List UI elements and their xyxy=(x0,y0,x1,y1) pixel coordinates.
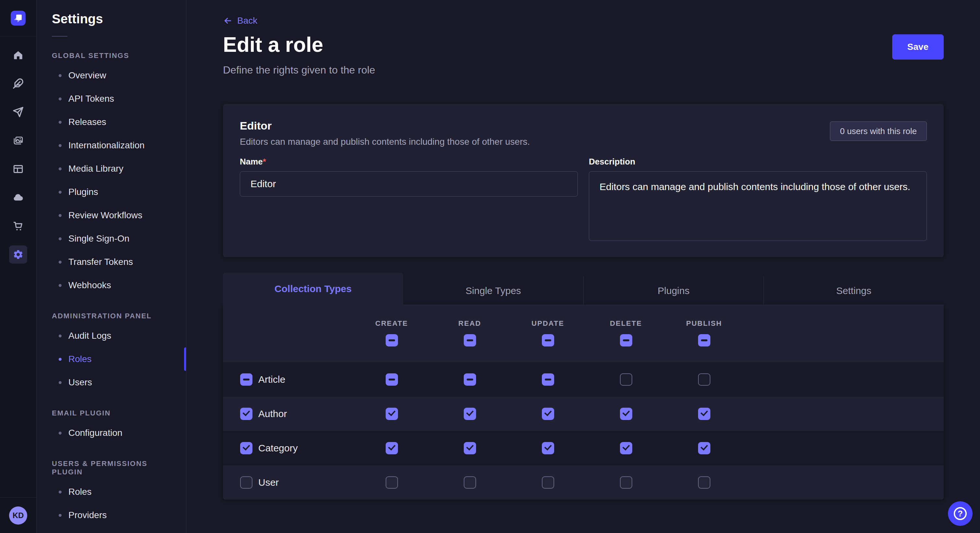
sidebar-item-label: Providers xyxy=(68,510,107,520)
content-type-name: Category xyxy=(258,443,298,454)
sidebar-item-label: Overview xyxy=(68,70,106,81)
column-header-read: READ xyxy=(458,319,481,328)
create-checkbox[interactable] xyxy=(386,373,398,385)
sidebar-item-configuration[interactable]: Configuration xyxy=(37,421,186,444)
read-checkbox[interactable] xyxy=(464,442,476,454)
sidebar-item-webhooks[interactable]: Webhooks xyxy=(37,274,186,297)
sidebar-item-label: Users xyxy=(68,377,92,388)
create-checkbox[interactable] xyxy=(386,476,398,489)
sidebar-item-label: Media Library xyxy=(68,163,124,174)
read-checkbox[interactable] xyxy=(464,408,476,420)
section-label-administration-panel: ADMINISTRATION PANEL xyxy=(52,312,171,320)
sidebar-item-overview[interactable]: Overview xyxy=(37,64,186,87)
main-nav-rail: KD xyxy=(0,0,37,533)
sidebar-item-label: Transfer Tokens xyxy=(68,257,133,267)
tab-single-types[interactable]: Single Types xyxy=(403,276,583,305)
role-details-card: Editor Editors can manage and publish co… xyxy=(223,104,944,257)
row-select-checkbox[interactable] xyxy=(240,373,253,385)
sidebar-item-label: Roles xyxy=(68,354,92,364)
description-textarea[interactable]: Editors can manage and publish contents … xyxy=(589,171,927,241)
name-label: Name* xyxy=(240,157,578,167)
content-manager-icon[interactable] xyxy=(9,160,27,178)
page-title: Edit a role xyxy=(223,33,323,57)
read-checkbox[interactable] xyxy=(464,373,476,385)
update-checkbox[interactable] xyxy=(542,373,554,385)
cloud-icon[interactable] xyxy=(9,189,27,206)
sidebar-item-audit-logs[interactable]: Audit Logs xyxy=(37,324,186,347)
create-checkbox[interactable] xyxy=(386,442,398,454)
select-all-publish-checkbox[interactable] xyxy=(698,334,710,346)
media-library-icon[interactable] xyxy=(9,132,27,150)
sidebar-item-up-roles[interactable]: Roles xyxy=(37,480,186,503)
column-header-publish: PUBLISH xyxy=(686,319,722,328)
sidebar-item-users[interactable]: Users xyxy=(37,371,186,394)
tab-collection-types[interactable]: Collection Types xyxy=(223,273,403,305)
permissions-header-row: CREATE READ UPDATE DELETE PUBLISH xyxy=(223,305,944,362)
sidebar-item-label: Releases xyxy=(68,117,106,127)
publish-checkbox[interactable] xyxy=(698,408,710,420)
permission-row-author: Author xyxy=(223,397,944,431)
bullet-icon xyxy=(59,214,62,217)
user-avatar[interactable]: KD xyxy=(9,506,27,525)
permission-row-article: Article xyxy=(223,362,944,397)
read-checkbox[interactable] xyxy=(464,476,476,489)
content-type-name: Article xyxy=(258,374,285,385)
sidebar-item-releases[interactable]: Releases xyxy=(37,110,186,134)
back-link[interactable]: Back xyxy=(223,16,257,26)
save-button[interactable]: Save xyxy=(892,34,944,60)
required-asterisk: * xyxy=(263,157,266,167)
strapi-logo-icon xyxy=(11,11,25,25)
content-type-name: User xyxy=(258,477,279,488)
delete-checkbox[interactable] xyxy=(620,373,632,385)
home-icon[interactable] xyxy=(9,46,27,64)
sidebar-item-plugins[interactable]: Plugins xyxy=(37,180,186,204)
publish-checkbox[interactable] xyxy=(698,476,710,489)
row-select-checkbox[interactable] xyxy=(240,408,253,420)
delete-checkbox[interactable] xyxy=(620,476,632,489)
sidebar-item-media-library[interactable]: Media Library xyxy=(37,157,186,180)
sidebar-item-internationalization[interactable]: Internationalization xyxy=(37,134,186,157)
select-all-update-checkbox[interactable] xyxy=(542,334,554,346)
sidebar-item-single-sign-on[interactable]: Single Sign-On xyxy=(37,227,186,250)
update-checkbox[interactable] xyxy=(542,442,554,454)
bullet-icon xyxy=(59,121,62,124)
delete-checkbox[interactable] xyxy=(620,408,632,420)
users-with-role-button[interactable]: 0 users with this role xyxy=(830,121,927,141)
name-field-group: Name* xyxy=(240,157,578,242)
update-checkbox[interactable] xyxy=(542,476,554,489)
sidebar-item-label: Audit Logs xyxy=(68,331,111,341)
publish-checkbox[interactable] xyxy=(698,373,710,385)
create-checkbox[interactable] xyxy=(386,408,398,420)
tab-plugins[interactable]: Plugins xyxy=(583,276,764,305)
sidebar-item-roles[interactable]: Roles xyxy=(37,347,186,371)
help-button[interactable]: ? xyxy=(948,501,972,526)
update-checkbox[interactable] xyxy=(542,408,554,420)
permissions-card: Collection Types Single Types Plugins Se… xyxy=(223,273,944,500)
tab-settings[interactable]: Settings xyxy=(764,276,944,305)
sidebar-item-up-providers[interactable]: Providers xyxy=(37,503,186,527)
bullet-icon xyxy=(59,261,62,263)
bullet-icon xyxy=(59,144,62,147)
delete-checkbox[interactable] xyxy=(620,442,632,454)
workspace-switcher[interactable] xyxy=(0,0,36,36)
select-all-delete-checkbox[interactable] xyxy=(620,334,632,346)
sidebar-item-transfer-tokens[interactable]: Transfer Tokens xyxy=(37,250,186,274)
bullet-icon xyxy=(59,74,62,77)
bullet-icon xyxy=(59,284,62,287)
sidebar-item-review-workflows[interactable]: Review Workflows xyxy=(37,204,186,227)
row-select-checkbox[interactable] xyxy=(240,476,253,489)
publish-checkbox[interactable] xyxy=(698,442,710,454)
name-input[interactable] xyxy=(240,171,578,197)
permissions-table: CREATE READ UPDATE DELETE PUBLISH Articl… xyxy=(223,305,944,500)
sidebar-item-api-tokens[interactable]: API Tokens xyxy=(37,87,186,110)
content-type-builder-icon[interactable] xyxy=(9,75,27,93)
column-header-delete: DELETE xyxy=(610,319,642,328)
deploy-icon[interactable] xyxy=(9,103,27,121)
settings-icon[interactable] xyxy=(9,246,27,263)
back-label: Back xyxy=(237,16,257,26)
select-all-create-checkbox[interactable] xyxy=(386,334,398,346)
arrow-left-icon xyxy=(223,16,233,25)
row-select-checkbox[interactable] xyxy=(240,442,253,454)
select-all-read-checkbox[interactable] xyxy=(464,334,476,346)
marketplace-icon[interactable] xyxy=(9,217,27,235)
